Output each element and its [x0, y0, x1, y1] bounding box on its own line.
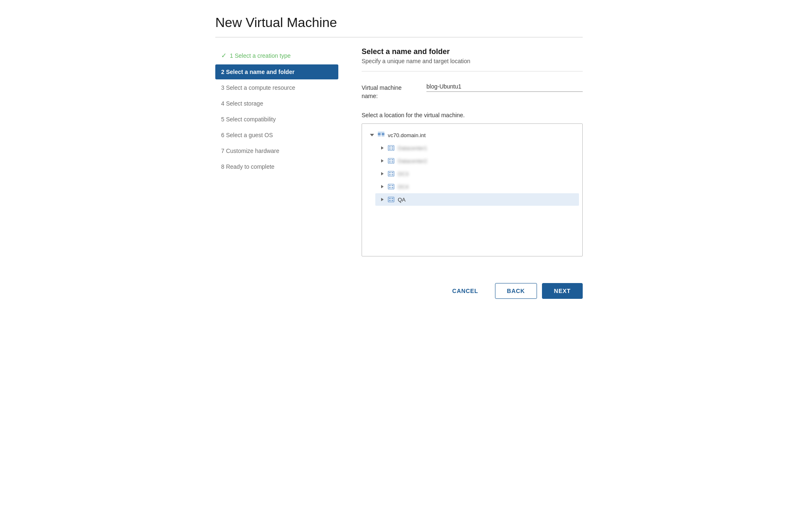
step-5-label: 5 Select compatibility [221, 116, 276, 123]
child-1-label: Datacenter1 [398, 145, 427, 151]
new-vm-dialog: New Virtual Machine ✓ 1 Select a creatio… [195, 0, 603, 532]
svg-rect-8 [389, 146, 391, 148]
root-collapse-toggle[interactable] [369, 132, 375, 138]
step-3-label: 3 Select a compute resource [221, 84, 295, 91]
svg-rect-26 [389, 185, 391, 186]
svg-rect-17 [392, 161, 393, 163]
datacenter-icon-1 [387, 144, 395, 152]
svg-marker-6 [381, 146, 384, 150]
root-globe-icon [377, 131, 385, 139]
svg-rect-21 [392, 172, 393, 173]
datacenter-icon-4 [387, 182, 395, 191]
child-qa-toggle[interactable] [379, 196, 385, 203]
step-2-label: 2 Select a name and folder [221, 69, 295, 75]
checkmark-icon: ✓ [221, 52, 227, 59]
location-label: Select a location for the virtual machin… [362, 112, 583, 118]
datacenter-icon-3 [387, 170, 395, 178]
svg-rect-2 [378, 135, 381, 136]
svg-rect-19 [388, 171, 394, 176]
vm-name-label: Virtual machinename: [362, 81, 420, 100]
step-3[interactable]: 3 Select a compute resource [215, 80, 338, 95]
step-4[interactable]: 4 Select storage [215, 96, 338, 111]
steps-sidebar: ✓ 1 Select a creation type 2 Select a na… [215, 47, 348, 299]
svg-rect-9 [392, 146, 393, 148]
step-2[interactable]: 2 Select a name and folder [215, 64, 338, 79]
vm-name-field-row: Virtual machinename: [362, 81, 583, 100]
svg-rect-1 [378, 133, 381, 135]
svg-rect-4 [382, 135, 384, 136]
svg-rect-7 [388, 145, 394, 150]
step-1-label: 1 Select a creation type [230, 52, 291, 59]
svg-rect-27 [392, 185, 393, 186]
svg-rect-10 [389, 148, 391, 150]
content-title: Select a name and folder [362, 47, 583, 56]
svg-rect-22 [389, 174, 391, 175]
location-tree: vc70.domain.int [362, 123, 583, 256]
tree-root-node[interactable]: vc70.domain.int [365, 129, 579, 141]
svg-rect-23 [392, 174, 393, 175]
svg-rect-34 [389, 200, 391, 201]
child-4-label: DC4 [398, 184, 409, 190]
child-2-toggle[interactable] [379, 158, 385, 164]
step-8-label: 8 Ready to complete [221, 163, 274, 170]
svg-rect-29 [392, 187, 393, 188]
step-6-label: 6 Select a guest OS [221, 132, 273, 138]
child-1-toggle[interactable] [379, 145, 385, 151]
content-divider [362, 71, 583, 71]
svg-rect-32 [389, 198, 391, 199]
svg-rect-31 [388, 197, 394, 202]
svg-rect-3 [382, 133, 384, 135]
next-button[interactable]: NEXT [542, 283, 583, 299]
vm-name-input[interactable] [426, 81, 583, 92]
datacenter-icon-2 [387, 157, 395, 165]
tree-child-4[interactable]: DC4 [375, 180, 579, 193]
svg-marker-18 [381, 172, 384, 175]
dialog-title: New Virtual Machine [215, 15, 583, 30]
back-button[interactable]: BACK [495, 283, 537, 299]
child-qa-label: QA [398, 197, 406, 203]
tree-child-3[interactable]: DC3 [375, 167, 579, 180]
tree-child-2[interactable]: Datacenter2 [375, 155, 579, 167]
svg-rect-25 [388, 184, 394, 189]
child-4-toggle[interactable] [379, 183, 385, 190]
step-1[interactable]: ✓ 1 Select a creation type [215, 47, 338, 64]
step-8[interactable]: 8 Ready to complete [215, 159, 338, 174]
title-divider [215, 37, 583, 37]
dialog-footer: CANCEL BACK NEXT [362, 273, 583, 299]
tree-child-1[interactable]: Datacenter1 [375, 142, 579, 154]
dialog-body: ✓ 1 Select a creation type 2 Select a na… [215, 47, 583, 299]
svg-rect-14 [389, 159, 391, 160]
child-3-toggle[interactable] [379, 170, 385, 177]
step-7[interactable]: 7 Customize hardware [215, 143, 338, 158]
svg-rect-13 [388, 158, 394, 163]
svg-marker-24 [381, 185, 384, 188]
child-3-label: DC3 [398, 171, 409, 177]
cancel-button[interactable]: CANCEL [441, 283, 490, 298]
svg-rect-5 [378, 132, 384, 133]
svg-marker-30 [381, 198, 384, 201]
child-2-label: Datacenter2 [398, 158, 427, 164]
svg-rect-15 [392, 159, 393, 160]
tree-child-qa[interactable]: QA [375, 193, 579, 206]
svg-marker-0 [370, 134, 374, 136]
datacenter-icon-qa [387, 195, 395, 204]
step-5[interactable]: 5 Select compatibility [215, 112, 338, 127]
svg-rect-33 [392, 198, 393, 199]
step-7-label: 7 Customize hardware [221, 148, 279, 154]
svg-rect-16 [389, 161, 391, 163]
svg-rect-28 [389, 187, 391, 188]
svg-rect-35 [392, 200, 393, 201]
content-subtitle: Specify a unique name and target locatio… [362, 58, 583, 64]
step-6[interactable]: 6 Select a guest OS [215, 128, 338, 143]
svg-marker-12 [381, 159, 384, 163]
svg-rect-20 [389, 172, 391, 173]
svg-rect-11 [392, 148, 393, 150]
root-node-label: vc70.domain.int [388, 132, 426, 138]
tree-children: Datacenter1 [365, 142, 579, 206]
content-panel: Select a name and folder Specify a uniqu… [348, 47, 583, 299]
step-4-label: 4 Select storage [221, 100, 263, 107]
